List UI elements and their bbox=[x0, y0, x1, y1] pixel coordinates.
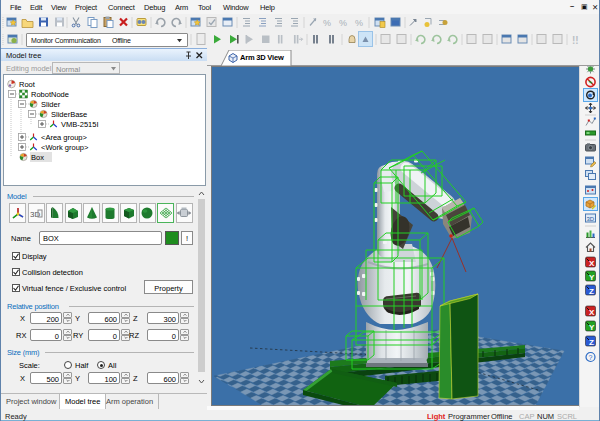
svg-text:X: X bbox=[589, 308, 595, 317]
svg-text:Root: Root bbox=[19, 80, 36, 89]
svg-text:%: % bbox=[323, 18, 331, 28]
svg-text:Y: Y bbox=[589, 323, 595, 332]
svg-text:<Area group>: <Area group> bbox=[41, 133, 87, 142]
svg-text:RobotNode: RobotNode bbox=[31, 90, 69, 99]
svg-text:Slider: Slider bbox=[41, 100, 61, 109]
svg-text:Y: Y bbox=[589, 273, 595, 282]
svg-text:%: % bbox=[355, 18, 363, 28]
svg-text:3D: 3D bbox=[587, 216, 595, 222]
svg-text:!!: !! bbox=[572, 35, 579, 46]
svg-text:Z: Z bbox=[589, 287, 594, 296]
svg-text:?: ? bbox=[589, 354, 593, 361]
svg-text:Z: Z bbox=[589, 338, 594, 347]
svg-text:X: X bbox=[589, 259, 595, 268]
svg-text:<Work group>: <Work group> bbox=[41, 143, 89, 152]
svg-text:SliderBase: SliderBase bbox=[51, 110, 87, 119]
svg-text:3D: 3D bbox=[30, 210, 40, 219]
svg-text:Box: Box bbox=[31, 153, 44, 162]
svg-text:%: % bbox=[339, 18, 347, 28]
svg-text:VMB-2515I: VMB-2515I bbox=[61, 120, 99, 129]
